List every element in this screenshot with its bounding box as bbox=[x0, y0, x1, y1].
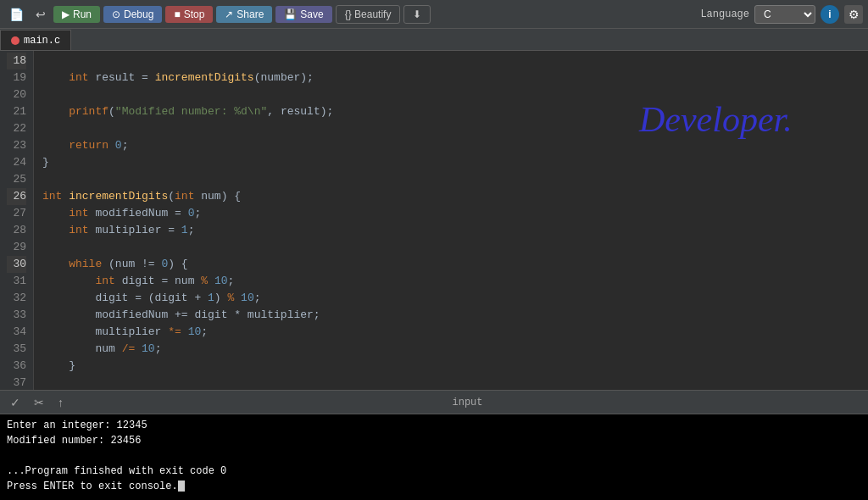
line-num-26: 26 bbox=[7, 188, 26, 205]
console-line-3 bbox=[7, 448, 861, 464]
console-output: Enter an integer: 12345 Modified number:… bbox=[0, 414, 868, 500]
language-selector-wrap: Language C C++ Java Python i ⚙ bbox=[700, 5, 863, 24]
line-num-27: 27 bbox=[7, 205, 26, 222]
code-line-35: num /= 10; bbox=[42, 341, 868, 358]
console-panel: ✓ ✂ ↑ input Enter an integer: 12345 Modi… bbox=[0, 390, 868, 500]
console-title: input bbox=[74, 397, 861, 408]
line-num-30: 30 bbox=[7, 256, 26, 273]
console-cursor bbox=[178, 481, 185, 492]
open-file-icon[interactable]: ↩ bbox=[31, 5, 50, 24]
line-num-20: 20 bbox=[7, 86, 26, 103]
share-icon: ↗ bbox=[225, 8, 233, 20]
run-button[interactable]: ▶ Run bbox=[53, 6, 100, 23]
code-line-19: int result = incrementDigits(number); bbox=[42, 69, 868, 86]
code-line-37 bbox=[42, 375, 868, 390]
download-button[interactable]: ⬇ bbox=[403, 5, 431, 24]
code-line-32: digit = (digit + 1) % 10; bbox=[42, 290, 868, 307]
stop-icon: ■ bbox=[174, 8, 180, 20]
line-num-32: 32 bbox=[7, 290, 26, 307]
code-line-18 bbox=[42, 53, 868, 69]
code-line-27: int modifiedNum = 0; bbox=[42, 205, 868, 222]
code-line-23: return 0; bbox=[42, 137, 868, 154]
console-collapse-button[interactable]: ✓ bbox=[7, 394, 24, 411]
line-numbers: 18 19 20 21 22 23 24 25 26 27 28 29 30 3… bbox=[0, 51, 34, 390]
toolbar: 📄 ↩ ▶ Run ⊙ Debug ■ Stop ↗ Share 💾 Save … bbox=[0, 0, 868, 29]
new-file-icon[interactable]: 📄 bbox=[5, 5, 28, 24]
line-num-31: 31 bbox=[7, 273, 26, 290]
code-line-30: while (num != 0) { bbox=[42, 256, 868, 273]
download-icon: ⬇ bbox=[413, 8, 421, 20]
line-num-33: 33 bbox=[7, 307, 26, 324]
beautify-button[interactable]: {} Beautify bbox=[336, 5, 401, 24]
code-line-34: multiplier *= 10; bbox=[42, 324, 868, 341]
line-num-22: 22 bbox=[7, 120, 26, 137]
console-upload-button[interactable]: ↑ bbox=[54, 394, 67, 411]
line-num-37: 37 bbox=[7, 375, 26, 390]
line-num-28: 28 bbox=[7, 222, 26, 239]
code-line-29 bbox=[42, 239, 868, 256]
console-header: ✓ ✂ ↑ input bbox=[0, 391, 868, 414]
line-num-29: 29 bbox=[7, 239, 26, 256]
code-line-36: } bbox=[42, 358, 868, 375]
tab-main-c[interactable]: main.c bbox=[0, 30, 71, 50]
line-num-18: 18 bbox=[7, 53, 26, 69]
code-line-24: } bbox=[42, 154, 868, 171]
language-select[interactable]: C C++ Java Python bbox=[754, 5, 815, 24]
code-line-28: int multiplier = 1; bbox=[42, 222, 868, 239]
run-play-icon: ▶ bbox=[62, 8, 70, 20]
code-line-21: printf("Modified number: %d\n", result); bbox=[42, 103, 868, 120]
console-line-2: Modified number: 23456 bbox=[7, 433, 861, 448]
tab-bar: main.c bbox=[0, 29, 868, 51]
console-line-4: ...Program finished with exit code 0 bbox=[7, 464, 861, 479]
code-line-20 bbox=[42, 86, 868, 103]
save-icon: 💾 bbox=[284, 8, 297, 20]
info-button[interactable]: i bbox=[821, 5, 839, 24]
code-line-22 bbox=[42, 120, 868, 137]
code-line-26: int incrementDigits(int num) { bbox=[42, 188, 868, 205]
tab-unsaved-indicator bbox=[11, 36, 19, 45]
line-num-19: 19 bbox=[7, 69, 26, 86]
line-num-23: 23 bbox=[7, 137, 26, 154]
code-line-25 bbox=[42, 171, 868, 188]
console-line-1: Enter an integer: 12345 bbox=[7, 418, 861, 433]
code-editor[interactable]: int result = incrementDigits(number); pr… bbox=[34, 51, 868, 390]
line-num-25: 25 bbox=[7, 171, 26, 188]
stop-button[interactable]: ■ Stop bbox=[165, 6, 213, 23]
line-num-21: 21 bbox=[7, 103, 26, 120]
share-button[interactable]: ↗ Share bbox=[216, 6, 272, 23]
line-num-36: 36 bbox=[7, 358, 26, 375]
debug-icon: ⊙ bbox=[112, 8, 120, 20]
debug-button[interactable]: ⊙ Debug bbox=[103, 6, 162, 23]
console-scissors-button[interactable]: ✂ bbox=[31, 394, 47, 411]
code-line-33: modifiedNum += digit * multiplier; bbox=[42, 307, 868, 324]
language-label: Language bbox=[700, 8, 749, 20]
line-num-35: 35 bbox=[7, 341, 26, 358]
code-line-31: int digit = num % 10; bbox=[42, 273, 868, 290]
tab-label: main.c bbox=[24, 35, 60, 47]
console-line-5: Press ENTER to exit console. bbox=[7, 479, 861, 494]
line-num-34: 34 bbox=[7, 324, 26, 341]
settings-button[interactable]: ⚙ bbox=[844, 5, 863, 24]
save-button[interactable]: 💾 Save bbox=[275, 6, 331, 23]
editor-area: 18 19 20 21 22 23 24 25 26 27 28 29 30 3… bbox=[0, 51, 868, 390]
line-num-24: 24 bbox=[7, 154, 26, 171]
